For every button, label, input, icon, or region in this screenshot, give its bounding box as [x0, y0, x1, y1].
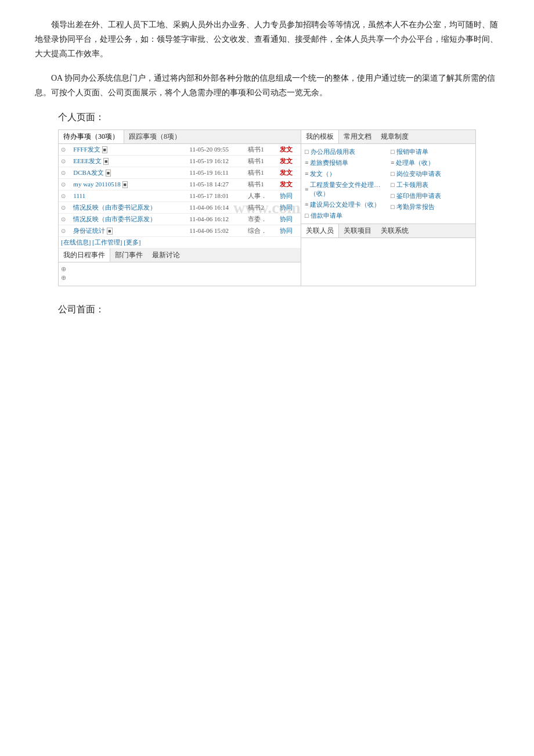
tab-regulations[interactable]: 规章制度: [376, 130, 413, 143]
template-item[interactable]: ≡发文（）: [304, 168, 387, 179]
template-icon: ≡: [305, 159, 308, 166]
task-dept: 市委．: [246, 213, 277, 225]
task-title[interactable]: 情况反映（由市委书记原发）: [71, 201, 187, 213]
paragraph-1: 领导出差在外、工程人员下工地、采购人员外出办业务、人力专员参加招聘会等等情况，虽…: [35, 17, 499, 62]
task-status[interactable]: 发文: [277, 155, 301, 167]
task-dept: 稿书1: [246, 167, 277, 178]
tab-common-docs[interactable]: 常用文档: [339, 130, 376, 143]
template-text: 发文（）: [310, 170, 335, 178]
task-title[interactable]: my way 20110518 ■: [71, 178, 187, 190]
task-status[interactable]: 协同: [277, 213, 301, 225]
table-row[interactable]: ⊙ my way 20110518 ■ 11-05-18 14:27 稿书1 发…: [59, 178, 301, 190]
tab-my-templates[interactable]: 我的模板: [301, 130, 339, 143]
template-icon: □: [391, 148, 395, 155]
template-text: 差旅费报销单: [310, 159, 348, 167]
template-text: 工卡领用表: [396, 181, 428, 189]
task-dept: 稿书2: [246, 201, 277, 213]
table-row[interactable]: ⊙ 情况反映（由市委书记原发） 11-04-06 16:12 市委． 协同: [59, 213, 301, 225]
template-text: 鉴印借用申请表: [396, 192, 441, 200]
template-item[interactable]: □岗位变动申请表: [389, 168, 473, 179]
task-icon: ⊙: [59, 155, 71, 167]
template-icon: □: [391, 181, 395, 188]
table-row[interactable]: ⊙ 身份证统计 ■ 11-04-06 15:02 综合． 协同: [59, 225, 301, 236]
tab-related-people[interactable]: 关联人员: [301, 224, 339, 237]
task-status[interactable]: 发文: [277, 144, 301, 156]
task-date: 11-05-18 14:27: [187, 178, 246, 190]
task-title[interactable]: EEEE发文 ■: [71, 155, 187, 167]
tab-tracking-tasks[interactable]: 跟踪事项（8项）: [124, 130, 186, 143]
tab-related-systems[interactable]: 关联系统: [376, 224, 413, 237]
template-item[interactable]: □报销申请单: [389, 146, 473, 157]
template-text: 考勤异常报告: [396, 203, 435, 211]
template-item[interactable]: □借款申请单: [304, 210, 387, 221]
task-status[interactable]: 协同: [277, 201, 301, 213]
task-date: 11-05-20 09:55: [187, 144, 246, 156]
template-item[interactable]: ≡建设局公文处理卡（收）: [304, 199, 387, 210]
task-dept: 人事．: [246, 190, 277, 201]
templates-body: □办公用品领用表≡差旅费报销单≡发文（）≡工程质量安全文件处理…（收）≡建设局公…: [301, 144, 475, 224]
table-row[interactable]: ⊙ FFFF发文 ■ 11-05-20 09:55 稿书1 发文: [59, 144, 301, 156]
template-item[interactable]: □鉴印借用申请表: [389, 190, 473, 201]
template-item[interactable]: □考勤异常报告: [389, 201, 473, 213]
right-top-tab-row: 我的模板 常用文档 规章制度: [301, 130, 475, 144]
task-icon: ⊙: [59, 167, 71, 178]
task-dept: 稿书1: [246, 155, 277, 167]
template-text: 建设局公文处理卡（收）: [310, 200, 380, 209]
template-icon: ≡: [305, 170, 308, 177]
personal-page-title: 个人页面：: [58, 111, 499, 124]
task-dept: 综合．: [246, 225, 277, 236]
task-dept: 稿书1: [246, 178, 277, 190]
table-row[interactable]: ⊙ 1111 11-05-17 18:01 人事． 协同: [59, 190, 301, 201]
table-row[interactable]: ⊙ 情况反映（由市委书记原发） 11-04-06 16:14 稿书2 协同: [59, 201, 301, 213]
template-item[interactable]: ≡工程质量安全文件处理…（收）: [304, 179, 387, 199]
template-item[interactable]: ≡差旅费报销单: [304, 157, 387, 168]
tab-related-projects[interactable]: 关联项目: [339, 224, 376, 237]
task-dept: 稿书1: [246, 144, 277, 156]
left-panel: 待办事项（30项） 跟踪事项（8项） ⊙ FFFF发文 ■ 11-05-20 0…: [59, 130, 301, 286]
schedule-body: ⊕ ⊕: [59, 262, 301, 286]
template-item[interactable]: ≡处理单（收）: [389, 157, 473, 168]
template-item[interactable]: □工卡领用表: [389, 179, 473, 190]
template-item[interactable]: □办公用品领用表: [304, 146, 387, 157]
task-date: 11-04-06 16:12: [187, 213, 246, 225]
table-row[interactable]: ⊙ EEEE发文 ■ 11-05-19 16:12 稿书1 发文: [59, 155, 301, 167]
task-status[interactable]: 协同: [277, 190, 301, 201]
paragraph-2: OA 协同办公系统信息门户，通过将内部和外部各种分散的信息组成一个统一的整体，使…: [35, 71, 499, 100]
right-bottom-body: [301, 238, 475, 261]
template-icon: □: [391, 170, 395, 177]
template-icon: □: [391, 192, 395, 199]
task-date: 11-05-19 16:12: [187, 155, 246, 167]
task-title[interactable]: 情况反映（由市委书记原发）: [71, 213, 187, 225]
task-status[interactable]: 发文: [277, 167, 301, 178]
table-row[interactable]: ⊙ DCBA发文 ■ 11-05-19 16:11 稿书1 发文: [59, 167, 301, 178]
task-title[interactable]: 身份证统计 ■: [71, 225, 187, 236]
schedule-item-1: ⊕: [61, 265, 298, 273]
right-bottom-tab-row: 关联人员 关联项目 关联系统: [301, 224, 475, 238]
template-icon: ≡: [391, 159, 394, 166]
task-status[interactable]: 协同: [277, 225, 301, 236]
tab-my-schedule[interactable]: 我的日程事件: [59, 249, 110, 262]
template-text: 办公用品领用表: [311, 147, 355, 156]
schedule-tab-row: 我的日程事件 部门事件 最新讨论: [59, 249, 301, 262]
template-icon: □: [391, 203, 395, 210]
task-footer-links[interactable]: [在线信息] [工作管理] [更多]: [59, 237, 301, 249]
templates-right-col: □报销申请单≡处理单（收）□岗位变动申请表□工卡领用表□鉴印借用申请表□考勤异常…: [389, 146, 473, 221]
tab-pending-tasks[interactable]: 待办事项（30项）: [59, 130, 124, 143]
task-title[interactable]: DCBA发文 ■: [71, 167, 187, 178]
tab-latest-discussion[interactable]: 最新讨论: [147, 249, 185, 262]
right-panel: 我的模板 常用文档 规章制度 □办公用品领用表≡差旅费报销单≡发文（）≡工程质量…: [301, 130, 475, 286]
task-date: 11-05-19 16:11: [187, 167, 246, 178]
task-status[interactable]: 发文: [277, 178, 301, 190]
tasks-table: ⊙ FFFF发文 ■ 11-05-20 09:55 稿书1 发文 ⊙ EEEE发…: [59, 144, 301, 237]
template-text: 借款申请单: [311, 211, 342, 220]
task-date: 11-04-06 15:02: [187, 225, 246, 236]
task-date: 11-05-17 18:01: [187, 190, 246, 201]
task-tab-row: 待办事项（30项） 跟踪事项（8项）: [59, 130, 301, 144]
task-icon: ⊙: [59, 213, 71, 225]
template-icon: ≡: [305, 186, 308, 193]
task-title[interactable]: FFFF发文 ■: [71, 144, 187, 156]
tab-dept-events[interactable]: 部门事件: [110, 249, 147, 262]
task-icon: ⊙: [59, 201, 71, 213]
task-title[interactable]: 1111: [71, 190, 187, 201]
schedule-item-2: ⊕: [61, 273, 298, 282]
